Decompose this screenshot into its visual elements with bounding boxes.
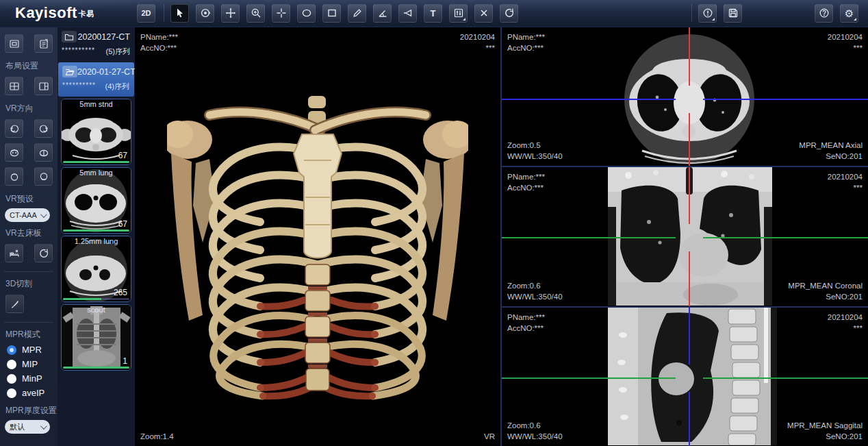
thumbnail-progress [63, 161, 129, 163]
vr-head-right-button[interactable] [34, 119, 53, 138]
thumbnail-image-count: 265 [114, 288, 127, 297]
vr-preset-label: VR预设 [5, 193, 34, 205]
axial-viewport[interactable]: PName:***AccNO:*** 20210204*** Zoom:0.5W… [502, 27, 868, 167]
vr-head-left-button[interactable] [5, 119, 23, 138]
vr-type-label: VR [484, 431, 495, 442]
radio-selected-icon [7, 345, 16, 355]
orbit-icon [200, 8, 211, 18]
help-icon [819, 8, 830, 18]
mpr-mode-option-mpr[interactable]: MPR [7, 345, 42, 355]
cursor-icon [175, 8, 186, 18]
coronal-crosshair-horizontal[interactable] [703, 237, 868, 238]
vr-viewport[interactable]: PName:***AccNO:*** 20210204*** Zoom:1.4 … [135, 27, 500, 446]
top-toolbar: Kayisoft卡易 2D T [0, 0, 868, 27]
cone-probe-icon [403, 8, 413, 18]
study-patient-id: ********** [62, 82, 96, 92]
study-title: 2020-01-27-CT [77, 67, 136, 77]
layout-single-button[interactable] [5, 34, 23, 53]
folder-icon [62, 31, 77, 42]
vr-head-bottom-button[interactable] [34, 167, 53, 186]
ellipse-roi-button[interactable] [297, 4, 316, 23]
mpr-mode-option-mip[interactable]: MIP [7, 359, 38, 369]
study-item-2-selected[interactable]: 2020-01-27-CT ********** (4)序列 [58, 62, 134, 97]
sagittal-crosshair-vertical[interactable] [689, 392, 690, 446]
vr-head-front-button[interactable] [5, 143, 23, 162]
sagittal-zoom-wwwl: Zoom:0.6WW/WL:350/40 [507, 420, 563, 442]
save-button[interactable] [724, 4, 742, 23]
rotate-3d-button[interactable] [196, 4, 214, 23]
pan-tool-button[interactable] [221, 4, 240, 23]
study-series-count: (4)序列 [105, 82, 129, 92]
angle-measure-button[interactable] [373, 4, 392, 23]
vr-ribcage-render [167, 95, 468, 410]
reset-view-button[interactable] [500, 4, 518, 23]
save-disk-icon [728, 8, 739, 18]
thumbnail-label: 5mm lung [62, 169, 131, 177]
info-button[interactable] [698, 4, 717, 23]
2d-mode-icon: 2D [141, 10, 151, 17]
app-logo: Kayisoft卡易 [15, 4, 137, 22]
series-thumbnail-5mm-lung[interactable]: 5mm lung 67 [61, 167, 131, 234]
layout-settings-label: 布局设置 [5, 60, 38, 72]
window-level-button[interactable] [449, 4, 468, 23]
sagittal-viewport[interactable]: PName:***AccNO:*** 20210204*** Zoom:0.6W… [502, 308, 868, 446]
crosshair-tool-button[interactable] [272, 4, 290, 23]
rectangle-roi-button[interactable] [322, 4, 341, 23]
axial-crosshair-vertical[interactable] [689, 27, 690, 86]
sagittal-crosshair-horizontal[interactable] [703, 377, 868, 379]
settings-button[interactable]: ⚙ [840, 4, 858, 23]
delete-annotation-button[interactable] [474, 4, 493, 23]
text-annotation-button[interactable]: T [424, 4, 442, 23]
help-button[interactable] [815, 4, 833, 23]
coronal-crosshair-horizontal[interactable] [502, 237, 676, 238]
length-measure-button[interactable] [348, 4, 366, 23]
radio-icon [7, 388, 16, 398]
vr-direction-label: VR方向 [5, 103, 34, 114]
sagittal-study-date: 20210204*** [828, 312, 863, 334]
axial-crosshair-horizontal[interactable] [502, 99, 676, 100]
coronal-zoom-wwwl: Zoom:0.6WW/WL:350/40 [507, 280, 563, 302]
zoom-tool-button[interactable] [246, 4, 265, 23]
layout-report-button[interactable] [34, 34, 53, 53]
mpr-option-label: MinP [22, 373, 42, 384]
ellipse-icon [301, 8, 312, 18]
remove-bed-button[interactable] [5, 244, 23, 262]
series-thumbnail-scout[interactable]: scout 1 [61, 304, 131, 371]
coronal-crosshair-vertical[interactable] [689, 167, 690, 224]
axial-crosshair-horizontal[interactable] [703, 99, 868, 100]
mpr-mode-option-minp[interactable]: MinP [7, 373, 42, 384]
sagittal-crosshair-vertical[interactable] [689, 308, 690, 364]
mpr-thickness-select[interactable]: 默认 [5, 420, 50, 434]
layout-split-right-button[interactable] [34, 77, 53, 95]
layout-grid-2x2-button[interactable] [5, 77, 23, 95]
series-column: 20200127-CT ********** (5)序列 2020-01-27-… [58, 27, 135, 446]
sagittal-patient-info: PName:***AccNO:*** [507, 312, 545, 334]
series-thumbnail-125mm-lung[interactable]: 1.25mm lung 265 [61, 236, 131, 302]
sagittal-crosshair-horizontal[interactable] [502, 377, 676, 379]
chevron-down-icon [40, 423, 47, 430]
sidebar-divider [4, 271, 53, 272]
toolbar-divider [691, 4, 692, 22]
vr-head-top-button[interactable] [5, 167, 23, 186]
reset-icon [504, 8, 515, 18]
coronal-crosshair-vertical[interactable] [689, 251, 690, 306]
coronal-viewport[interactable]: PName:***AccNO:*** 20210204*** Zoom:0.6W… [502, 167, 868, 307]
series-thumbnail-5mm-stnd[interactable]: 5mm stnd 67 [61, 99, 131, 165]
vr-preset-select[interactable]: CT-AAA [5, 208, 50, 222]
probe-tool-button[interactable] [398, 4, 417, 23]
thumbnail-label: scout [62, 306, 131, 314]
scalpel-3d-cut-button[interactable] [5, 295, 24, 313]
axial-crosshair-vertical[interactable] [689, 113, 690, 166]
close-icon [478, 8, 489, 18]
mpr-mode-option-aveip[interactable]: aveIP [7, 388, 44, 398]
vr-reset-button[interactable] [34, 244, 53, 262]
vr-head-back-button[interactable] [34, 143, 53, 162]
mpr-thickness-value: 默认 [10, 422, 25, 432]
cursor-tool-button[interactable] [170, 4, 189, 23]
2d-view-button[interactable]: 2D [137, 4, 155, 23]
radio-icon [7, 360, 16, 369]
thumbnail-progress [63, 298, 129, 300]
study-item-1[interactable]: 20200127-CT ********** (5)序列 [58, 27, 135, 62]
mpr-mode-label: MPR模式 [5, 329, 40, 340]
mpr-thickness-label: MPR厚度设置 [5, 405, 57, 417]
